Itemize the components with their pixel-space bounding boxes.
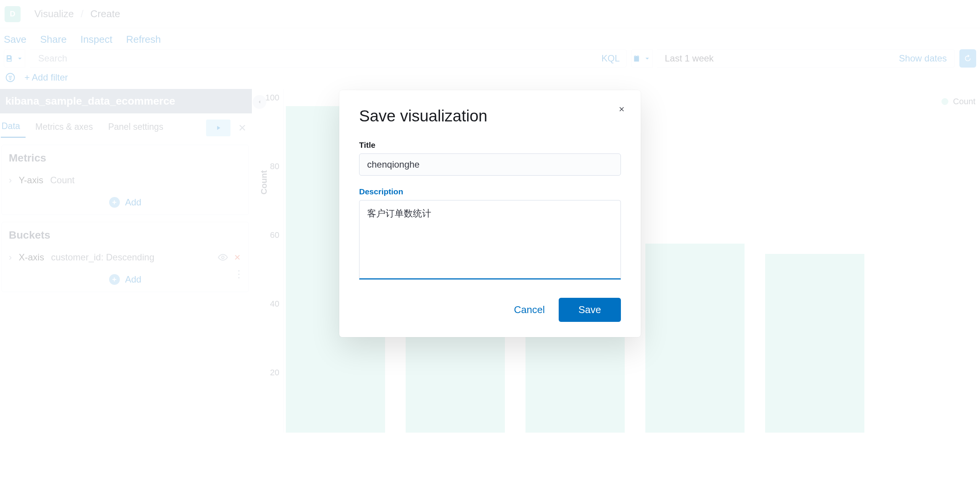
modal-title: Save visualization <box>359 107 621 125</box>
title-input[interactable] <box>359 153 621 176</box>
save-button[interactable]: Save <box>559 298 621 322</box>
cancel-button[interactable]: Cancel <box>514 304 545 316</box>
description-field-label: Description <box>359 187 621 196</box>
description-textarea[interactable] <box>359 200 621 279</box>
title-field-label: Title <box>359 141 621 150</box>
save-visualization-modal: Save visualization Title Description Can… <box>339 90 641 337</box>
modal-backdrop[interactable]: Save visualization Title Description Can… <box>0 0 980 491</box>
close-icon <box>618 105 625 113</box>
modal-footer: Cancel Save <box>359 298 621 322</box>
modal-close-button[interactable] <box>616 104 627 115</box>
